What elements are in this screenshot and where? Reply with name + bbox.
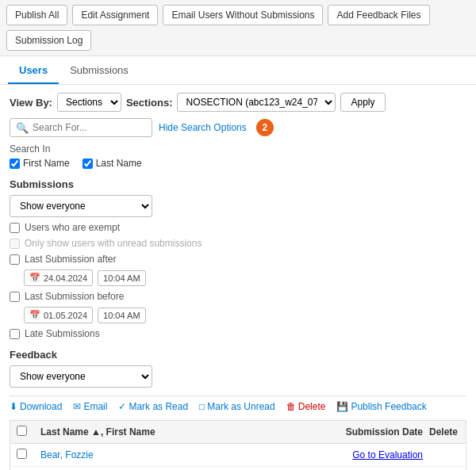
main-content: View By: Sections Sections: NOSECTION (a… xyxy=(0,85,476,470)
sections-label: Sections: xyxy=(126,97,173,109)
publish-all-button[interactable]: Publish All xyxy=(6,5,67,25)
table-row: Bear, Fozzie Go to Evaluation xyxy=(10,444,466,467)
last-name-checkbox-label[interactable]: Last Name xyxy=(83,158,142,169)
row1-name: Bear, Fozzie xyxy=(40,449,331,460)
feedback-title: Feedback xyxy=(10,349,466,361)
tabs: Users Submissions xyxy=(0,58,476,85)
exempt-checkbox[interactable] xyxy=(10,223,20,233)
add-feedback-button[interactable]: Add Feedback Files xyxy=(328,5,429,25)
last-name-label: Last Name xyxy=(96,158,142,169)
row1-go-to-eval[interactable]: Go to Evaluation xyxy=(352,449,423,460)
col-header-name: Last Name ▲, First Name xyxy=(40,426,331,438)
action-row: ⬇ Download ✉ Email ✓ Mark as Read □ Mark… xyxy=(10,395,466,417)
first-name-checkbox[interactable] xyxy=(10,159,20,169)
row1-eval-col: Go to Evaluation xyxy=(336,449,423,460)
search-input[interactable] xyxy=(10,118,152,137)
exempt-label: Users who are exempt xyxy=(25,222,120,233)
submission-log-button[interactable]: Submission Log xyxy=(6,30,91,51)
search-in-label: Search In xyxy=(10,143,466,155)
late-label: Late Submissions xyxy=(25,328,100,339)
delete-action[interactable]: 🗑 Delete xyxy=(286,401,326,412)
feedback-section: Feedback Show everyone xyxy=(10,349,466,388)
search-row: 🔍 Hide Search Options 2 xyxy=(10,118,466,137)
delete-label: Delete xyxy=(298,401,326,412)
unread-option-row: Only show users with unread submissions xyxy=(10,238,466,249)
header-check xyxy=(17,426,36,438)
email-users-button[interactable]: Email Users Without Submissions xyxy=(163,5,323,25)
mark-read-action[interactable]: ✓ Mark as Read xyxy=(118,401,188,412)
tab-submissions[interactable]: Submissions xyxy=(59,58,140,84)
view-by-label: View By: xyxy=(10,97,52,109)
col-header-del: Delete xyxy=(428,426,459,438)
toolbar: Publish All Edit Assignment Email Users … xyxy=(0,0,476,56)
search-in-section: Search In First Name Last Name xyxy=(10,143,466,169)
before-date-input[interactable]: 📅 01.05.2024 xyxy=(24,307,93,323)
search-icon: 🔍 xyxy=(16,122,29,134)
calendar-icon-before: 📅 xyxy=(29,310,40,320)
before-label: Last Submission before xyxy=(25,291,124,302)
row1-check xyxy=(17,449,36,461)
before-date-value: 01.05.2024 xyxy=(44,311,87,320)
before-option-row: Last Submission before xyxy=(10,291,466,302)
delete-icon: 🗑 xyxy=(286,401,296,412)
table-header: Last Name ▲, First Name Submission Date … xyxy=(10,421,466,444)
late-checkbox[interactable] xyxy=(10,329,20,339)
apply-button[interactable]: Apply xyxy=(340,93,385,112)
after-option-row: Last Submission after xyxy=(10,254,466,265)
row1-name-link[interactable]: Bear, Fozzie xyxy=(40,449,94,460)
mark-unread-label: Mark as Unread xyxy=(207,401,274,412)
search-in-checkboxes: First Name Last Name xyxy=(10,158,466,169)
after-label: Last Submission after xyxy=(25,254,116,265)
sections-select[interactable]: NOSECTION (abc123_w24_07) xyxy=(177,93,336,112)
mark-unread-action[interactable]: □ Mark as Unread xyxy=(199,401,275,412)
unread-checkbox[interactable] xyxy=(10,239,20,249)
calendar-icon-after: 📅 xyxy=(29,273,40,283)
after-checkbox[interactable] xyxy=(10,254,20,265)
col-header-subdate: Submission Date xyxy=(336,426,423,438)
submissions-dropdown[interactable]: Show everyone xyxy=(10,195,152,217)
download-label: Download xyxy=(20,401,62,412)
download-action[interactable]: ⬇ Download xyxy=(10,401,62,412)
exempt-option-row: Users who are exempt xyxy=(10,222,466,233)
publish-feedback-icon: 💾 xyxy=(336,401,348,412)
email-label: Email xyxy=(83,401,107,412)
submissions-title: Submissions xyxy=(10,178,466,190)
mark-read-label: Mark as Read xyxy=(129,401,188,412)
email-icon: ✉ xyxy=(73,401,81,412)
publish-feedback-label: Publish Feedback xyxy=(351,401,426,412)
late-option-row: Late Submissions xyxy=(10,328,466,339)
row1-checkbox[interactable] xyxy=(17,449,27,459)
after-date-value: 24.04.2024 xyxy=(44,273,87,283)
before-time-value: 10:04 AM xyxy=(103,311,140,320)
after-date-row: 📅 24.04.2024 10:04 AM xyxy=(24,269,466,286)
after-date-input[interactable]: 📅 24.04.2024 xyxy=(24,269,93,286)
hide-search-link[interactable]: Hide Search Options xyxy=(159,122,247,133)
first-name-label: First Name xyxy=(23,158,70,169)
mark-read-icon: ✓ xyxy=(118,401,126,412)
table-row: Count, The Go to Evaluation Draft Saved xyxy=(10,467,466,470)
before-date-row: 📅 01.05.2024 10:04 AM xyxy=(24,307,466,323)
publish-feedback-action[interactable]: 💾 Publish Feedback xyxy=(336,401,426,412)
download-icon: ⬇ xyxy=(10,401,17,412)
select-all-checkbox[interactable] xyxy=(17,426,27,436)
before-checkbox[interactable] xyxy=(10,292,20,302)
before-time-input[interactable]: 10:04 AM xyxy=(98,308,145,323)
submissions-section: Submissions Show everyone Users who are … xyxy=(10,178,466,339)
tab-users[interactable]: Users xyxy=(8,58,59,84)
email-action[interactable]: ✉ Email xyxy=(73,401,107,412)
view-by-row: View By: Sections Sections: NOSECTION (a… xyxy=(10,93,466,112)
col-name-label: Last Name ▲, First Name xyxy=(40,426,155,438)
users-table: Last Name ▲, First Name Submission Date … xyxy=(10,420,466,470)
after-time-input[interactable]: 10:04 AM xyxy=(98,270,145,286)
search-input-wrap: 🔍 xyxy=(10,118,152,137)
search-badge: 2 xyxy=(256,119,274,136)
mark-unread-icon: □ xyxy=(199,401,205,412)
last-name-checkbox[interactable] xyxy=(83,159,93,169)
after-time-value: 10:04 AM xyxy=(103,273,140,283)
view-by-select[interactable]: Sections xyxy=(57,93,121,112)
unread-label: Only show users with unread submissions xyxy=(25,238,202,249)
feedback-dropdown[interactable]: Show everyone xyxy=(10,365,152,388)
edit-assignment-button[interactable]: Edit Assignment xyxy=(72,5,158,25)
first-name-checkbox-label[interactable]: First Name xyxy=(10,158,70,169)
